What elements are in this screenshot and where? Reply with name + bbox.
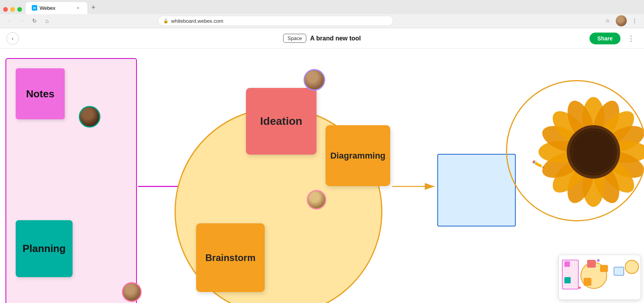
browser-actions: ☆ ⋮: [603, 15, 639, 26]
back-nav-button[interactable]: ←: [5, 16, 14, 26]
orange-arrow-svg: [392, 181, 439, 192]
avatar-dark-woman: [79, 106, 100, 128]
home-button[interactable]: ⌂: [42, 16, 52, 26]
minimap-notes: [564, 261, 570, 267]
star-button[interactable]: ☆: [603, 16, 613, 26]
planning-label: Planning: [23, 243, 66, 255]
svg-point-21: [570, 128, 617, 175]
maximize-dot[interactable]: [17, 7, 22, 12]
minimap-brainstorm: [584, 278, 591, 286]
more-menu-button[interactable]: ⋮: [624, 33, 638, 44]
new-tab-button[interactable]: +: [88, 2, 99, 13]
active-tab[interactable]: W Webex ×: [25, 2, 88, 14]
diagramming-label: Diagramming: [330, 151, 386, 161]
app-toolbar: ‹ Space A brand new tool Share ⋮: [0, 28, 644, 49]
address-bar: ← → ↻ ⌂ 🔒 whiteboard.webex.com ☆ ⋮: [0, 14, 644, 28]
minimap: [558, 255, 641, 300]
large-orange-circle: [506, 80, 644, 221]
space-badge[interactable]: Space: [283, 34, 306, 43]
tab-bar: W Webex × +: [0, 0, 644, 14]
toolbar-center: Space A brand new tool: [283, 34, 361, 43]
brainstorm-label: Brainstorm: [205, 252, 255, 263]
url-bar[interactable]: 🔒 whiteboard.webex.com: [158, 16, 393, 26]
refresh-button[interactable]: ↻: [30, 16, 39, 26]
minimap-diagramming: [600, 265, 608, 272]
url-text: whiteboard.webex.com: [171, 18, 223, 24]
brainstorm-card[interactable]: Brainstorm: [196, 223, 265, 292]
avatar-purple: [304, 69, 325, 91]
minimize-dot[interactable]: [10, 7, 15, 12]
minimap-avatar1: [597, 259, 600, 262]
ideation-label: Ideation: [260, 115, 302, 128]
minimap-ideation: [587, 260, 596, 268]
browser-menu-button[interactable]: ⋮: [630, 16, 639, 26]
browser-avatar[interactable]: [616, 15, 627, 26]
sunflower-svg: [507, 81, 644, 221]
ideation-card[interactable]: Ideation: [246, 88, 317, 155]
board-title: A brand new tool: [310, 35, 361, 42]
blue-rectangle[interactable]: [437, 154, 516, 226]
back-button[interactable]: ‹: [6, 32, 19, 45]
forward-nav-button[interactable]: →: [17, 16, 27, 26]
share-button[interactable]: Share: [589, 33, 620, 44]
avatar-small-bottom: [122, 282, 142, 302]
lock-icon: 🔒: [163, 18, 169, 24]
tab-close-button[interactable]: ×: [75, 5, 81, 11]
tab-favicon: W: [32, 5, 37, 11]
close-dot[interactable]: [3, 7, 8, 12]
minimap-blue-rect: [614, 267, 624, 276]
toolbar-right: Share ⋮: [589, 33, 638, 44]
avatar-dog: [307, 190, 326, 210]
notes-sticky[interactable]: Notes: [16, 68, 65, 119]
diagramming-card[interactable]: Diagramming: [326, 125, 390, 186]
minimap-large-circle: [625, 260, 639, 274]
orange-arrow: [392, 181, 439, 194]
minimap-content: [559, 255, 640, 299]
planning-sticky[interactable]: Planning: [16, 220, 73, 277]
back-icon: ‹: [12, 35, 14, 42]
window-controls: [3, 7, 22, 14]
notes-label: Notes: [26, 88, 54, 100]
sticky-group: Notes Planning: [5, 58, 137, 303]
tab-label: Webex: [40, 5, 55, 11]
canvas[interactable]: Notes Planning Ideation Diagramming: [0, 49, 644, 303]
browser-chrome: W Webex × + ← → ↻ ⌂ 🔒 whiteboard.webex.c…: [0, 0, 644, 28]
minimap-avatar2: [579, 287, 581, 289]
minimap-planning: [564, 277, 571, 283]
